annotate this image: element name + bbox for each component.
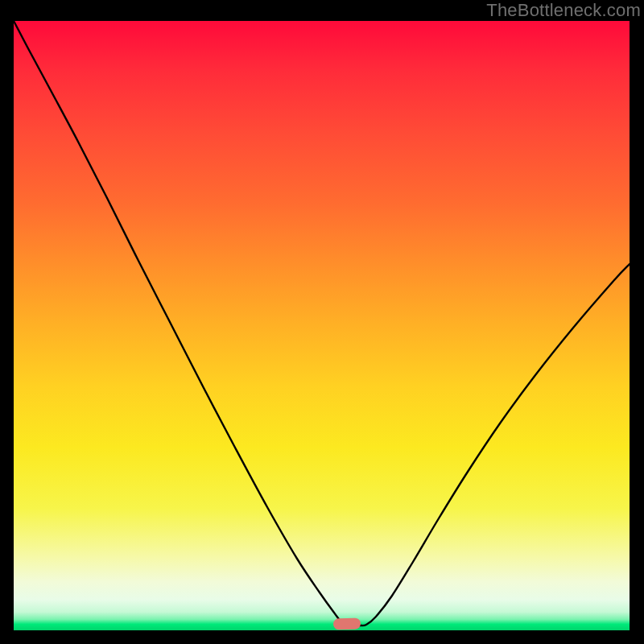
plot-area	[14, 21, 630, 630]
watermark-text: TheBottleneck.com	[486, 0, 641, 21]
chart-container: TheBottleneck.com	[0, 0, 644, 644]
minimum-marker	[333, 617, 361, 630]
bottleneck-curve	[14, 21, 630, 630]
